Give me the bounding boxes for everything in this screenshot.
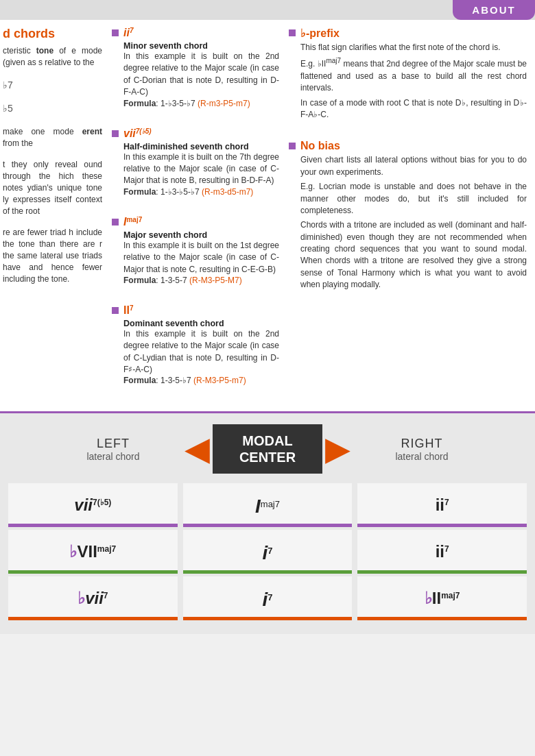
- chord-ii7-row2-sup: 7: [444, 544, 449, 554]
- entry-no-bias: No bias Given chart lists all lateral op…: [289, 140, 527, 300]
- chord-cell-row1-center: Imaj7: [183, 483, 353, 527]
- entry-no-bias-body1: Given chart lists all lateral options wi…: [300, 154, 527, 178]
- entry-ii7-dom-body: In this example it is built on the 2nd d…: [123, 328, 279, 376]
- entry-imaj7-content: Imaj7 Major seventh chord In this exampl…: [123, 216, 279, 285]
- entry-ii7-body: In this example it is built on the 2nd d…: [123, 51, 279, 99]
- entry-no-bias-body2: E.g. Locrian mode is unstable and does n…: [300, 181, 527, 217]
- entry-b-prefix: ♭-prefix This flat sign clarifies what t…: [289, 27, 527, 130]
- left-col-text-4: re are fewer triad h include the tone th…: [3, 227, 102, 284]
- modal-center-line2: CENTER: [226, 449, 309, 465]
- entry-vii7b5-subtitle: Half-diminished seventh chord: [123, 142, 279, 151]
- chord-cell-row3-left: ♭vii7: [8, 576, 178, 620]
- cell-bar-row3-right: [357, 617, 527, 620]
- arrow-left-icon: ◀: [185, 432, 210, 465]
- modal-center-line1: MODAL: [226, 432, 309, 449]
- entry-b-prefix-content: ♭-prefix This flat sign clarifies what t…: [300, 27, 527, 121]
- left-col-text-3: t they only reveal ound through the hich…: [3, 159, 102, 217]
- mid-column: ii7 Minor seventh chord In this example …: [106, 27, 285, 404]
- entry-imaj7-formula: Formula: 1-3-5-7 (R-M3-P5-M7): [123, 276, 279, 285]
- arrow-right-icon: ▶: [325, 432, 350, 465]
- chord-bvii-roman: VII: [77, 542, 97, 561]
- left-label: LEFT: [45, 437, 182, 451]
- tab-wrapper: ABOUT: [0, 0, 535, 20]
- chord-cell-row1-left: vii7(♭5): [8, 483, 178, 527]
- entry-imaj7-subtitle: Major seventh chord: [123, 230, 279, 240]
- bullet-ii7-dom: [112, 307, 119, 314]
- entry-vii7b5: vii7(♭5) Half-diminished seventh chord I…: [112, 127, 279, 206]
- cell-bar-row1-left: [8, 524, 178, 527]
- entry-ii7-formula: Formula: 1-♭3-5-♭7 (R-m3-P5-m7): [123, 99, 279, 108]
- chord-bii-sup: maj7: [441, 591, 460, 600]
- entry-ii7: ii7 Minor seventh chord In this example …: [112, 27, 279, 118]
- chord-bii-roman: II: [432, 589, 441, 607]
- entry-vii7b5-body: In this example it is built on the 7th d…: [123, 151, 279, 187]
- modal-center-box: MODAL CENTER: [213, 424, 322, 474]
- entry-ii7-dom-subtitle: Dominant seventh chord: [123, 319, 279, 328]
- chord-vii7b5-text: vii: [74, 496, 93, 514]
- chord-cell-row2-left: ♭VIImaj7: [8, 530, 178, 574]
- right-column: ♭-prefix This flat sign clarifies what t…: [285, 27, 531, 404]
- chord-cell-row3-right: ♭IImaj7: [357, 576, 527, 620]
- chord-imaj7-sup: maj7: [261, 499, 280, 509]
- right-label-block: RIGHT lateral chord: [353, 437, 490, 462]
- cell-bar-row3-left: [8, 617, 178, 620]
- chord-cell-row3-center: i7: [183, 576, 353, 620]
- cell-bar-row2-left: [8, 570, 178, 574]
- entry-imaj7: Imaj7 Major seventh chord In this exampl…: [112, 216, 279, 295]
- bullet-no-bias: [289, 143, 296, 149]
- left-col-title: d chords: [3, 27, 102, 41]
- chord-row-3: ♭vii7 i7 ♭IImaj7: [5, 576, 530, 620]
- cell-bar-row3-center: [183, 617, 353, 620]
- entry-imaj7-title: Imaj7: [123, 216, 279, 228]
- entry-ii7-content: ii7 Minor seventh chord In this example …: [123, 27, 279, 108]
- entry-no-bias-title: No bias: [300, 140, 527, 152]
- chord-ii7-row1-sup: 7: [444, 498, 449, 507]
- chord-row-1: vii7(♭5) Imaj7 ii7: [5, 483, 530, 527]
- entry-vii7b5-title: vii7(♭5): [123, 127, 279, 140]
- about-tab[interactable]: ABOUT: [453, 0, 535, 20]
- right-label: RIGHT: [353, 437, 490, 451]
- left-column: d chords cteristic tone of e mode (given…: [0, 27, 106, 404]
- cell-bar-row1-right: [357, 524, 527, 527]
- cell-bar-row1-center: [183, 524, 353, 527]
- chord-bvii-prefix: ♭: [69, 542, 77, 561]
- bullet-ii7: [112, 29, 119, 36]
- entry-ii7-dom: II7 Dominant seventh chord In this examp…: [112, 304, 279, 395]
- left-label-block: LEFT lateral chord: [45, 437, 182, 462]
- left-col-chord-2: ♭5: [3, 102, 102, 116]
- bottom-section: LEFT lateral chord ◀ MODAL CENTER ▶ RIGH…: [0, 413, 535, 634]
- entry-ii7-dom-formula: Formula: 1-3-5-♭7 (R-M3-P5-m7): [123, 376, 279, 385]
- entry-b-prefix-body3: In case of a mode with root C that is no…: [300, 97, 527, 121]
- cell-bar-row2-right: [357, 570, 527, 574]
- top-section: d chords cteristic tone of e mode (given…: [0, 20, 535, 413]
- bullet-vii7b5: [112, 130, 119, 137]
- entry-no-bias-body3: Chords with a tritone are included as we…: [300, 219, 527, 291]
- chord-row-2: ♭VIImaj7 i7 ii7: [5, 530, 530, 574]
- chord-ii7-row2-text: ii: [436, 542, 444, 561]
- chord-bvii7-roman: vii: [85, 589, 104, 607]
- entry-imaj7-body: In this example it is built on the 1st d…: [123, 240, 279, 276]
- entry-ii7-title: ii7: [123, 27, 279, 39]
- entry-b-prefix-title: ♭-prefix: [300, 27, 527, 40]
- chord-bvii7-sup: 7: [104, 591, 108, 600]
- entry-ii7-dom-title: II7: [123, 304, 279, 317]
- chord-ii7-row1-text: ii: [436, 496, 444, 514]
- bullet-imaj7: [112, 219, 119, 225]
- chord-bvii-sup: maj7: [97, 544, 116, 554]
- entry-vii7b5-content: vii7(♭5) Half-diminished seventh chord I…: [123, 127, 279, 197]
- entry-vii7b5-formula: Formula: 1-♭3-♭5-♭7 (R-m3-d5-m7): [123, 187, 279, 197]
- chord-i7-row3-sup: 7: [268, 592, 272, 602]
- chord-bvii7-prefix: ♭: [78, 589, 85, 607]
- bullet-b-prefix: [289, 29, 296, 36]
- chord-vii7b5-sup: 7(♭5): [93, 498, 111, 507]
- cell-bar-row2-center: [183, 570, 353, 574]
- chord-cell-row1-right: ii7: [357, 483, 527, 527]
- entry-b-prefix-body2: E.g. ♭IImaj7 means that 2nd degree of th…: [300, 56, 527, 94]
- left-col-text-1: cteristic tone of e mode (given as s rel…: [3, 45, 102, 69]
- entry-no-bias-content: No bias Given chart lists all lateral op…: [300, 140, 527, 291]
- chord-i7-row2-sup: 7: [268, 546, 272, 556]
- modal-header: LEFT lateral chord ◀ MODAL CENTER ▶ RIGH…: [5, 424, 530, 474]
- chord-grid: vii7(♭5) Imaj7 ii7 ♭VIImaj7 i7: [5, 483, 530, 623]
- left-col-chord-1: ♭7: [3, 79, 102, 93]
- left-sub: lateral chord: [45, 451, 182, 462]
